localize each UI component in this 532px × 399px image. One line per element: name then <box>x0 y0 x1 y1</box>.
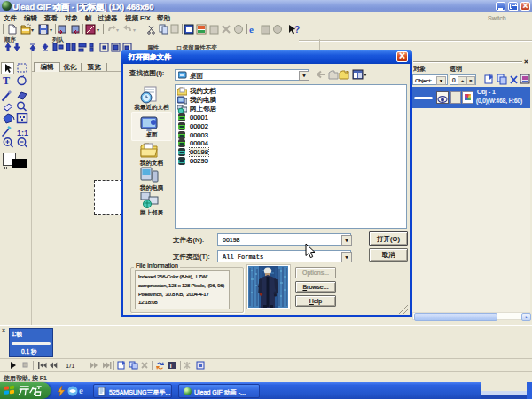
svg-text:?: ? <box>294 25 300 35</box>
svg-text:▾: ▾ <box>97 27 99 33</box>
svg-text:▾: ▾ <box>50 27 52 33</box>
svg-text:T: T <box>169 363 174 369</box>
svg-text:e: e <box>249 24 254 35</box>
svg-text:1:1: 1:1 <box>17 129 28 137</box>
svg-text:▾: ▾ <box>133 27 136 33</box>
svg-text:e: e <box>79 385 83 395</box>
svg-text:T: T <box>3 74 10 87</box>
svg-text:▾: ▾ <box>116 27 119 33</box>
svg-text:▾: ▾ <box>31 27 34 33</box>
svg-text:1/1: 1/1 <box>66 362 74 370</box>
